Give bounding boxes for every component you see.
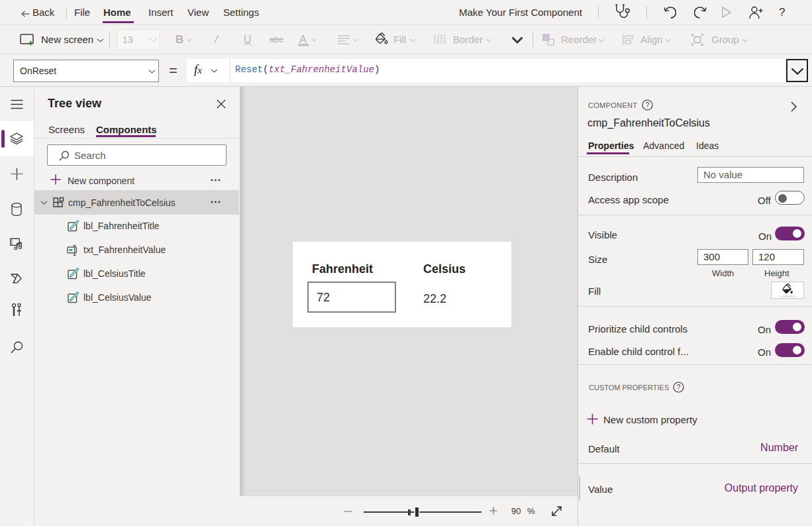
svg-text:?: ? bbox=[677, 384, 681, 391]
svg-text:?: ? bbox=[646, 101, 650, 109]
